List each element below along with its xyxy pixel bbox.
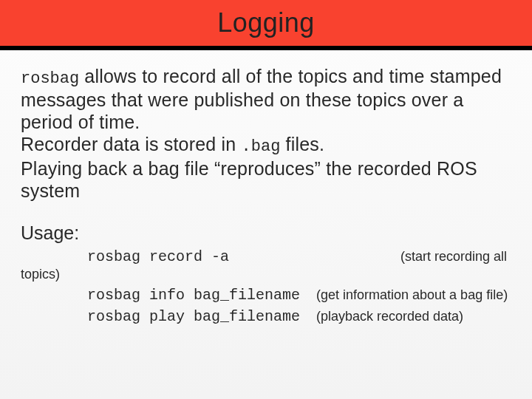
body-text-1: allows to record all of the topics and t… xyxy=(21,66,502,132)
topics-continuation: topics) xyxy=(21,267,511,282)
body-text-2b: files. xyxy=(280,134,324,154)
command-text: rosbag info bag_filename xyxy=(87,287,309,304)
command-text: rosbag play bag_filename xyxy=(87,308,309,325)
body-text-3: Playing back a bag file “reproduces” the… xyxy=(21,158,477,201)
slide-title: Logging xyxy=(217,7,315,38)
slide-content: rosbag allows to record all of the topic… xyxy=(0,50,532,325)
body-paragraph: rosbag allows to record all of the topic… xyxy=(21,65,511,202)
command-desc: (get information about a bag file) xyxy=(316,287,508,303)
inline-code-rosbag: rosbag xyxy=(21,69,79,88)
command-desc: (start recording all xyxy=(400,249,511,265)
title-bar: Logging xyxy=(0,0,532,46)
usage-heading: Usage: xyxy=(21,222,511,244)
slide: Logging rosbag allows to record all of t… xyxy=(0,0,532,399)
command-desc: (playback recorded data) xyxy=(316,309,463,324)
usage-block: rosbag record -a (start recording all to… xyxy=(21,248,511,325)
command-row: rosbag play bag_filename (playback recor… xyxy=(21,308,511,325)
inline-code-bag: .bag xyxy=(242,137,281,156)
command-row: rosbag info bag_filename (get informatio… xyxy=(21,287,511,304)
command-row: rosbag record -a (start recording all xyxy=(21,248,511,265)
command-text: rosbag record -a xyxy=(87,248,309,265)
body-text-2a: Recorder data is stored in xyxy=(21,134,242,154)
